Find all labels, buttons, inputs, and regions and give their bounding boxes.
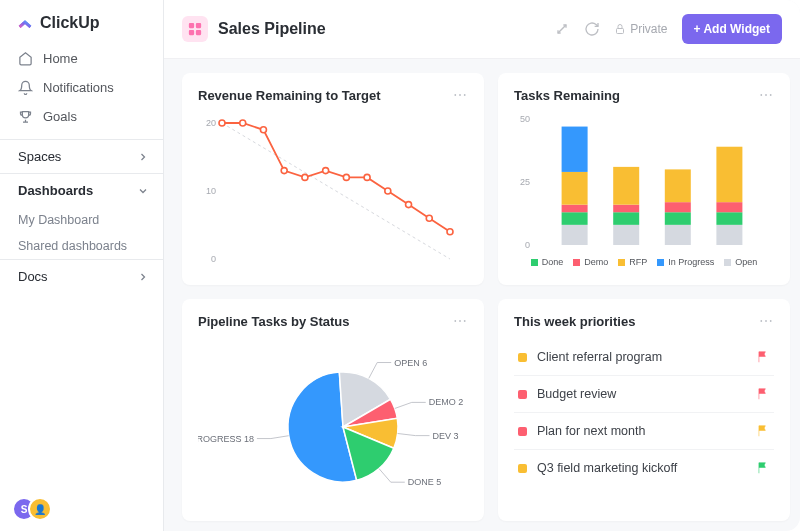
status-color-icon (518, 427, 527, 436)
section-docs[interactable]: Docs (0, 259, 163, 293)
priority-item[interactable]: Budget review (514, 376, 774, 413)
sidebar-item-my-dashboard[interactable]: My Dashboard (0, 207, 163, 233)
bell-icon (18, 80, 33, 95)
svg-point-12 (260, 127, 266, 133)
user-avatars[interactable]: S 👤 (12, 497, 52, 521)
card-title: Revenue Remaining to Target (198, 88, 381, 103)
revenue-line-chart: 01020 (198, 113, 458, 273)
flag-icon (756, 461, 770, 475)
svg-rect-27 (562, 205, 588, 213)
svg-rect-37 (665, 169, 691, 202)
clickup-logo-icon (16, 14, 34, 32)
main: Sales Pipeline Private + Add Widget Reve… (164, 0, 800, 531)
priority-item[interactable]: Client referral program (514, 339, 774, 376)
sidebar: ClickUp Home Notifications Goals Spaces … (0, 0, 164, 531)
svg-text:DEMO 2: DEMO 2 (429, 397, 464, 407)
svg-rect-31 (613, 212, 639, 225)
svg-rect-41 (716, 147, 742, 202)
legend-item: Demo (573, 257, 608, 267)
section-dashboards[interactable]: Dashboards (0, 173, 163, 207)
svg-point-16 (343, 174, 349, 180)
svg-line-9 (222, 123, 450, 259)
legend-item: RFP (618, 257, 647, 267)
priority-item[interactable]: Q3 field marketing kickoff (514, 450, 774, 486)
svg-point-11 (240, 120, 246, 126)
section-label: Spaces (18, 149, 61, 164)
status-color-icon (518, 353, 527, 362)
svg-rect-30 (613, 225, 639, 245)
lock-icon (614, 23, 626, 35)
status-color-icon (518, 390, 527, 399)
svg-point-15 (323, 168, 329, 174)
priority-label: Q3 field marketing kickoff (537, 461, 677, 475)
svg-text:0: 0 (211, 254, 216, 264)
svg-text:DONE 5: DONE 5 (408, 477, 442, 487)
svg-rect-39 (716, 212, 742, 225)
privacy-indicator[interactable]: Private (614, 22, 667, 36)
card-tasks-remaining: Tasks Remaining ⋯ 02550 DoneDemoRFPIn Pr… (498, 73, 790, 285)
card-title: This week priorities (514, 314, 635, 329)
legend-item: Done (531, 257, 564, 267)
svg-text:20: 20 (206, 118, 216, 128)
brand-logo[interactable]: ClickUp (0, 0, 163, 44)
legend-item: Open (724, 257, 757, 267)
svg-rect-34 (665, 225, 691, 245)
chevron-down-icon (137, 185, 149, 197)
nav-label: Notifications (43, 80, 114, 95)
svg-rect-26 (562, 212, 588, 225)
status-color-icon (518, 464, 527, 473)
refresh-icon[interactable] (584, 21, 600, 37)
nav-label: Home (43, 51, 78, 66)
svg-point-10 (219, 120, 225, 126)
topbar: Sales Pipeline Private + Add Widget (164, 0, 800, 59)
legend-item: In Progress (657, 257, 714, 267)
card-title: Tasks Remaining (514, 88, 620, 103)
nav-item-notifications[interactable]: Notifications (0, 73, 163, 102)
section-label: Dashboards (18, 183, 93, 198)
svg-rect-29 (562, 127, 588, 172)
svg-rect-36 (665, 202, 691, 212)
card-menu-icon[interactable]: ⋯ (453, 313, 468, 329)
svg-point-17 (364, 174, 370, 180)
expand-icon[interactable] (554, 21, 570, 37)
tasks-bar-chart: 02550 (514, 113, 774, 253)
brand-name: ClickUp (40, 14, 100, 32)
nav-item-goals[interactable]: Goals (0, 102, 163, 131)
svg-point-20 (426, 215, 432, 221)
flag-icon (756, 424, 770, 438)
card-menu-icon[interactable]: ⋯ (453, 87, 468, 103)
svg-point-14 (302, 174, 308, 180)
card-menu-icon[interactable]: ⋯ (759, 87, 774, 103)
svg-rect-40 (716, 202, 742, 212)
avatar[interactable]: 👤 (28, 497, 52, 521)
priority-item[interactable]: Plan for next month (514, 413, 774, 450)
svg-text:DEV 3: DEV 3 (432, 431, 458, 441)
page-title: Sales Pipeline (218, 20, 326, 38)
section-label: Docs (18, 269, 48, 284)
svg-text:25: 25 (520, 177, 530, 187)
svg-rect-38 (716, 225, 742, 245)
priorities-list: Client referral programBudget reviewPlan… (514, 339, 774, 486)
flag-icon (756, 350, 770, 364)
svg-point-19 (406, 202, 412, 208)
svg-rect-0 (189, 23, 194, 28)
svg-rect-32 (613, 205, 639, 213)
svg-rect-5 (617, 29, 624, 34)
nav-item-home[interactable]: Home (0, 44, 163, 73)
svg-line-4 (558, 25, 566, 33)
dashboard-icon (182, 16, 208, 42)
svg-rect-3 (196, 30, 201, 35)
card-menu-icon[interactable]: ⋯ (759, 313, 774, 329)
sidebar-item-shared-dashboards[interactable]: Shared dashboards (0, 233, 163, 259)
dashboard-content: Revenue Remaining to Target ⋯ 01020 Task… (164, 59, 800, 531)
svg-rect-33 (613, 167, 639, 205)
card-priorities: This week priorities ⋯ Client referral p… (498, 299, 790, 521)
section-spaces[interactable]: Spaces (0, 139, 163, 173)
topbar-actions: Private + Add Widget (554, 14, 782, 44)
home-icon (18, 51, 33, 66)
flag-icon (756, 387, 770, 401)
add-widget-button[interactable]: + Add Widget (682, 14, 782, 44)
priority-label: Budget review (537, 387, 616, 401)
svg-rect-35 (665, 212, 691, 225)
chevron-right-icon (137, 271, 149, 283)
